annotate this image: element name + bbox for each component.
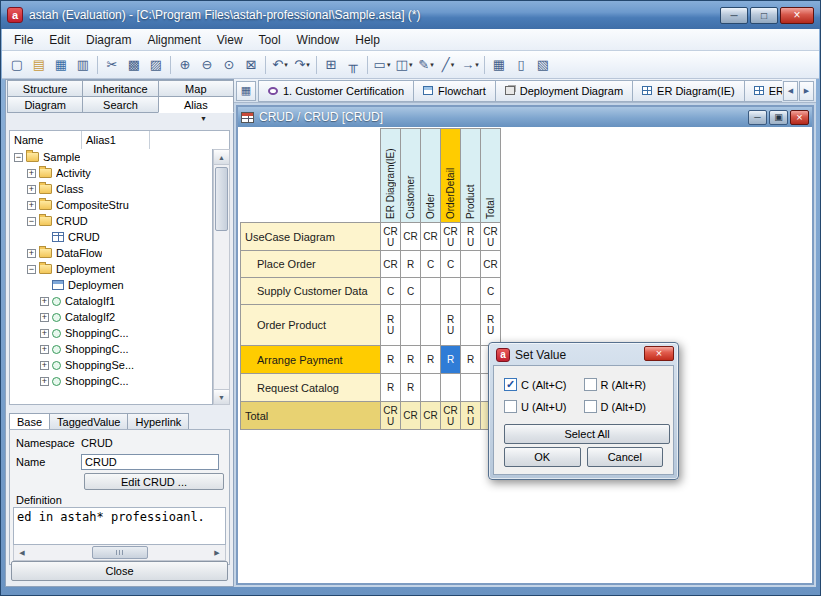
menu-diagram[interactable]: Diagram (78, 31, 139, 49)
matrix-cell[interactable]: C (401, 278, 421, 305)
column-header-alias1[interactable]: Alias1 (82, 131, 150, 149)
tree-item-sample[interactable]: −Sample (10, 149, 212, 165)
row-label-supply-customer-data[interactable]: Supply Customer Data (240, 278, 381, 305)
tree-item-crud[interactable]: −CRUD (10, 213, 212, 229)
table-button[interactable]: ▦ (488, 54, 510, 76)
matrix-cell[interactable] (461, 305, 481, 346)
tab-hyperlink[interactable]: Hyperlink (127, 413, 189, 430)
collapse-icon[interactable]: − (27, 265, 36, 274)
definition-text[interactable]: ed in astah* professioanl. (13, 507, 226, 545)
copy-button[interactable]: ▩ (123, 54, 145, 76)
matrix-cell[interactable] (401, 305, 421, 346)
line-button[interactable]: ╱▾ (437, 54, 459, 76)
matrix-cell[interactable]: CR U (381, 402, 401, 430)
pen-button[interactable]: ✎▾ (415, 54, 437, 76)
grid-view-button[interactable]: ⊞ (320, 54, 342, 76)
collapse-icon[interactable]: − (27, 217, 36, 226)
diagram-tab-deployment-diagram[interactable]: Deployment Diagram (495, 80, 633, 102)
dialog-close-button[interactable]: × (644, 346, 674, 361)
scrollbar-thumb[interactable] (92, 546, 148, 559)
matrix-cell[interactable]: CR (421, 223, 441, 251)
matrix-cell[interactable]: CR U (381, 223, 401, 251)
matrix-cell[interactable]: CR (421, 402, 441, 430)
definition-scrollbar[interactable]: ◀ ▶ (13, 545, 226, 561)
arrow-button[interactable]: →▾ (459, 54, 481, 76)
menu-file[interactable]: File (6, 31, 41, 49)
matrix-cell[interactable]: R U (481, 305, 501, 346)
row-label-total[interactable]: Total (240, 402, 381, 430)
matrix-cell[interactable]: CR (401, 402, 421, 430)
tree-item-shoppingc[interactable]: +ShoppingC... (10, 325, 212, 341)
matrix-cell[interactable]: R (401, 251, 421, 278)
expand-icon[interactable]: + (40, 361, 49, 370)
tree-item-catalogif1[interactable]: +CatalogIf1 (10, 293, 212, 309)
menu-help[interactable]: Help (347, 31, 388, 49)
zoom-in-button[interactable]: ⊕ (174, 54, 196, 76)
menu-alignment[interactable]: Alignment (139, 31, 208, 49)
ok-button[interactable]: OK (504, 447, 581, 467)
select-all-button[interactable]: Select All (504, 424, 670, 444)
diagram-tab-1-customer-certification[interactable]: 1. Customer Certification (258, 80, 414, 102)
column-header-customer[interactable]: Customer (401, 128, 421, 223)
tree-item-activity[interactable]: +Activity (10, 165, 212, 181)
print-button[interactable]: ▥ (72, 54, 94, 76)
collapse-icon[interactable]: − (14, 153, 23, 162)
tree-item-shoppingc[interactable]: +ShoppingC... (10, 373, 212, 389)
matrix-cell[interactable]: CR U (481, 223, 501, 251)
menu-view[interactable]: View (209, 31, 251, 49)
matrix-cell[interactable] (421, 374, 441, 402)
crud-window-minimize-button[interactable]: ─ (748, 110, 767, 125)
matrix-cell[interactable] (421, 305, 441, 346)
minimize-button[interactable]: ─ (720, 7, 748, 24)
column-header-orderdetail[interactable]: OrderDetail (441, 128, 461, 223)
layout-button[interactable]: ▧ (532, 54, 554, 76)
matrix-cell[interactable] (461, 251, 481, 278)
expand-icon[interactable]: + (27, 169, 36, 178)
tree-item-shoppingse[interactable]: +ShoppingSe... (10, 357, 212, 373)
matrix-cell[interactable] (461, 278, 481, 305)
tree-item-deployment[interactable]: −Deployment (10, 261, 212, 277)
zoom-out-button[interactable]: ⊖ (196, 54, 218, 76)
maximize-button[interactable]: □ (750, 7, 778, 24)
matrix-cell[interactable]: CR U (441, 402, 461, 430)
expand-icon[interactable]: + (40, 345, 49, 354)
pane-tab-inheritance[interactable]: Inheritance (82, 80, 158, 97)
matrix-cell[interactable]: R (381, 346, 401, 374)
unchecked-checkbox-icon[interactable] (504, 400, 517, 413)
crud-window-close-button[interactable]: × (790, 110, 809, 125)
checkbox-c[interactable]: ✓C (Alt+C) (504, 378, 584, 391)
name-input[interactable] (81, 454, 219, 470)
align-button[interactable]: ╥ (342, 54, 364, 76)
matrix-cell[interactable]: R U (461, 223, 481, 251)
diagram-tab-er-di[interactable]: ER Di (744, 80, 782, 102)
matrix-cell[interactable]: R (421, 346, 441, 374)
tree-item-class[interactable]: +Class (10, 181, 212, 197)
crud-window-titlebar[interactable]: CRUD / CRUD [CRUD] ─▣× (238, 107, 812, 127)
unchecked-checkbox-icon[interactable] (584, 378, 597, 391)
close-panel-button[interactable]: Close (11, 561, 228, 581)
scroll-left-icon[interactable]: ◀ (15, 549, 29, 557)
pane-tab-search[interactable]: Search (82, 96, 158, 113)
menu-tool[interactable]: Tool (251, 31, 289, 49)
matrix-cell[interactable] (441, 278, 461, 305)
menu-window[interactable]: Window (289, 31, 348, 49)
scroll-up-icon[interactable]: ▲ (214, 150, 229, 165)
zoom-reset-button[interactable]: ⊙ (218, 54, 240, 76)
matrix-cell[interactable]: R (401, 346, 421, 374)
pane-tab-map[interactable]: Map (158, 80, 234, 97)
unchecked-checkbox-icon[interactable] (584, 400, 597, 413)
checkbox-u[interactable]: U (Alt+U) (504, 400, 584, 413)
matrix-cell[interactable]: R U (441, 305, 461, 346)
crud-window-restore-button[interactable]: ▣ (769, 110, 788, 125)
column-header-order[interactable]: Order (421, 128, 441, 223)
scroll-down-icon[interactable]: ▼ (214, 389, 229, 404)
shape-button[interactable]: ▭▾ (371, 54, 393, 76)
matrix-cell[interactable] (421, 278, 441, 305)
expand-icon[interactable]: + (40, 377, 49, 386)
matrix-cell[interactable]: CR (481, 251, 501, 278)
matrix-cell[interactable]: R (401, 374, 421, 402)
pane-tab-structure[interactable]: Structure (7, 80, 83, 97)
matrix-cell[interactable] (461, 374, 481, 402)
tree-scrollbar[interactable]: ▲ ▼ (213, 149, 230, 405)
tree-item-crud[interactable]: CRUD (10, 229, 212, 245)
